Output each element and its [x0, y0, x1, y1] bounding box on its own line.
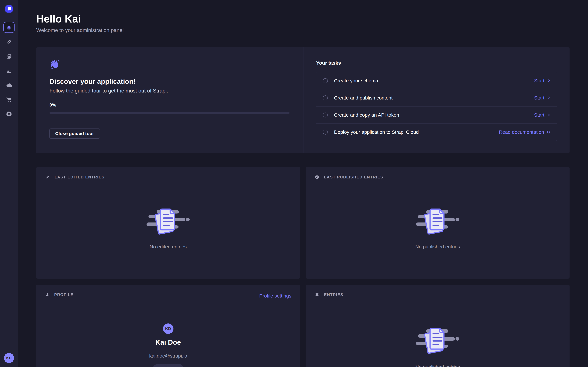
strapi-admin-homepage: KD Hello Kai Welcome to your administrat…: [0, 0, 588, 367]
profile-name: Kai Doe: [36, 338, 300, 346]
widget-header: LAST PUBLISHED ENTRIES: [315, 175, 383, 179]
widget-header: ENTRIES: [315, 292, 343, 297]
task-status-circle-icon: [323, 130, 328, 134]
empty-state-text: No edited entries: [36, 244, 300, 250]
task-start-link[interactable]: Start: [534, 95, 551, 101]
entries-widget: ENTRIES No published entries: [306, 285, 570, 367]
check-circle-icon: [315, 175, 319, 179]
task-action-label: Start: [534, 95, 545, 101]
waving-hand-icon: [50, 59, 60, 70]
guided-tour-progress-label: 0%: [50, 102, 56, 108]
widget-title: PROFILE: [54, 292, 73, 297]
empty-state-text: No published entries: [306, 364, 570, 367]
task-label: Create and copy an API token: [334, 112, 399, 118]
task-action-label: Read documentation: [499, 129, 544, 135]
widget-title: ENTRIES: [324, 292, 343, 297]
widget-title: LAST PUBLISHED ENTRIES: [324, 175, 383, 179]
strapi-logo-icon[interactable]: [5, 5, 13, 13]
cloud-icon: [6, 83, 12, 87]
guided-tour-title: Discover your application!: [50, 78, 136, 85]
profile-role-badge: [153, 364, 184, 367]
sidebar-item-settings[interactable]: [4, 109, 14, 118]
guided-tour-progress-bar: [50, 112, 290, 114]
widget-title: LAST EDITED ENTRIES: [55, 175, 104, 179]
external-link-icon: [547, 130, 551, 134]
sidebar-item-content-manager[interactable]: [4, 37, 14, 47]
empty-state-text: No published entries: [306, 244, 570, 250]
task-row: Create and publish content Start: [316, 89, 557, 106]
task-status-circle-icon: [323, 95, 328, 100]
profile-widget: PROFILE Profile settings KD Kai Doe kai.…: [36, 285, 300, 367]
pencil-icon: [45, 175, 50, 179]
chevron-right-icon: [547, 96, 551, 100]
empty-documents-illustration: [416, 206, 460, 237]
chevron-right-icon: [547, 79, 551, 83]
task-label: Create and publish content: [334, 95, 393, 101]
sidebar-divider: [0, 351, 18, 351]
user-icon: [45, 293, 49, 297]
home-icon: [6, 25, 12, 30]
sidebar-item-cloud[interactable]: [4, 80, 14, 90]
task-row: Deploy your application to Strapi Cloud …: [316, 124, 557, 141]
profile-avatar: KD: [163, 324, 173, 334]
last-published-entries-widget: LAST PUBLISHED ENTRIES No published entr…: [306, 167, 570, 279]
card-vertical-divider: [303, 47, 303, 153]
settings-gear-icon: [6, 111, 12, 117]
page-title: Hello Kai: [36, 13, 81, 25]
task-row: Create your schema Start: [316, 72, 557, 89]
header-divider: [18, 43, 588, 43]
content-type-builder-icon: [6, 68, 12, 74]
profile-email: kai.doe@strapi.io: [36, 353, 300, 359]
task-action-label: Start: [534, 78, 545, 83]
widget-header: PROFILE: [45, 292, 73, 297]
tasks-list: Create your schema Start Create and publ…: [316, 72, 557, 141]
widget-header: LAST EDITED ENTRIES: [45, 175, 104, 179]
chevron-right-icon: [547, 113, 551, 117]
task-read-documentation-link[interactable]: Read documentation: [499, 129, 551, 135]
empty-documents-illustration: [146, 206, 190, 237]
task-status-circle-icon: [323, 78, 328, 83]
task-action-label: Start: [534, 112, 545, 118]
sidebar-item-home[interactable]: [3, 22, 15, 33]
sidebar-user-avatar[interactable]: KD: [4, 353, 14, 363]
sidebar-item-marketplace[interactable]: [4, 95, 14, 104]
strapi-logo-mark: [5, 5, 13, 13]
task-label: Deploy your application to Strapi Cloud: [334, 129, 419, 135]
task-row: Create and copy an API token Start: [316, 106, 557, 124]
sidebar-item-content-type-builder[interactable]: [4, 66, 14, 75]
marketplace-cart-icon: [6, 97, 12, 102]
sidebar-divider: [0, 18, 18, 18]
content-feather-icon: [6, 39, 12, 45]
task-start-link[interactable]: Start: [534, 112, 551, 118]
task-start-link[interactable]: Start: [534, 78, 551, 83]
media-library-icon: [6, 54, 12, 59]
sidebar-item-media-library[interactable]: [4, 52, 14, 61]
page-subtitle: Welcome to your administration panel: [36, 27, 124, 33]
empty-documents-illustration: [416, 325, 460, 356]
last-edited-entries-widget: LAST EDITED ENTRIES No edited entries: [36, 167, 300, 279]
main-sidebar: KD: [0, 0, 18, 367]
tasks-title: Your tasks: [316, 60, 341, 66]
guided-tour-card: Discover your application! Follow the gu…: [36, 47, 570, 153]
puzzle-icon: [315, 293, 319, 297]
profile-settings-link[interactable]: Profile settings: [259, 293, 291, 299]
task-label: Create your schema: [334, 78, 378, 83]
close-guided-tour-button[interactable]: Close guided tour: [50, 129, 100, 139]
task-status-circle-icon: [323, 113, 328, 117]
guided-tour-description: Follow the guided tour to get the most o…: [50, 88, 168, 94]
